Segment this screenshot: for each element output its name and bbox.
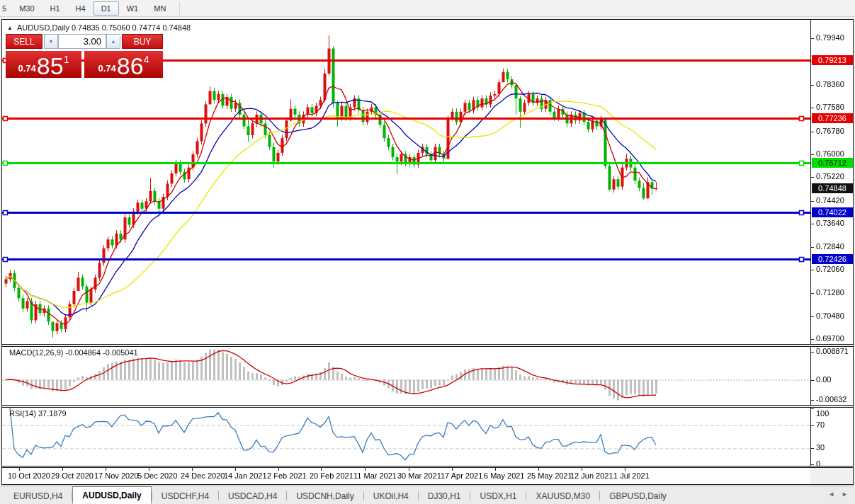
timeframe-button-D1[interactable]: D1 bbox=[94, 1, 119, 16]
sell-price-prefix: 0.74 bbox=[18, 63, 36, 74]
tab-usdcad-h4[interactable]: USDCAD,H4 bbox=[219, 488, 286, 504]
price-tick-mark bbox=[811, 270, 814, 270]
tab-usdchf-h4[interactable]: USDCHF,H4 bbox=[152, 488, 218, 504]
date-label: 20 Feb 2021 bbox=[310, 471, 353, 480]
price-tick-label: 0.75220 bbox=[816, 172, 844, 181]
rsi-panel-canvas[interactable] bbox=[2, 408, 810, 466]
timeframe-button-H4[interactable]: H4 bbox=[68, 1, 94, 16]
price-tick-mark bbox=[811, 177, 814, 178]
chart-header: ▲ AUDUSD,Daily 0.74835 0.75060 0.74774 0… bbox=[7, 23, 191, 32]
buy-price-sup: 4 bbox=[144, 54, 149, 65]
date-label: 6 May 2021 bbox=[484, 471, 524, 480]
tab-usdcnh-daily[interactable]: USDCNH,Daily bbox=[287, 488, 363, 504]
rsi-tick-mark bbox=[811, 408, 814, 409]
price-tick-mark bbox=[811, 85, 814, 86]
date-tick-mark bbox=[106, 468, 106, 471]
timeframe-button-MN[interactable]: MN bbox=[146, 1, 174, 16]
sell-price-sup: 1 bbox=[64, 54, 69, 65]
date-tick-mark bbox=[278, 468, 279, 471]
date-label: 14 Jan 2021 bbox=[224, 471, 267, 480]
toolbar-divider bbox=[179, 2, 180, 15]
date-label: 5 Dec 2020 bbox=[137, 471, 177, 480]
current-price-badge: 0.74848 bbox=[812, 183, 853, 193]
timeframe-button-W1[interactable]: W1 bbox=[119, 1, 147, 16]
price-tick-mark bbox=[811, 224, 814, 224]
macd-tick-label: 0.00 bbox=[816, 375, 831, 384]
price-tick-mark bbox=[811, 316, 814, 317]
collapse-panel-icon[interactable]: ▲ bbox=[7, 25, 13, 31]
sell-price-display[interactable]: 0.74851 bbox=[6, 51, 81, 78]
volume-input[interactable]: 3.00 bbox=[58, 34, 106, 49]
buy-price-display[interactable]: 0.74864 bbox=[84, 51, 163, 78]
price-tick-label: 0.76000 bbox=[816, 149, 844, 158]
macd-tick-label: 0.008871 bbox=[816, 347, 849, 355]
sell-button[interactable]: SELL bbox=[6, 34, 43, 49]
date-label: 1 Jul 2021 bbox=[613, 471, 650, 480]
price-tick-mark bbox=[811, 339, 814, 340]
price-tick-mark bbox=[811, 293, 814, 294]
price-tick-label: 0.70480 bbox=[816, 311, 844, 320]
timeframe-button-M30[interactable]: M30 bbox=[11, 1, 42, 16]
one-click-trading-panel: SELL ▼ 3.00 ▲ BUY 0.74851 0.74864 bbox=[6, 34, 163, 78]
triangle-down-icon: ▼ bbox=[49, 39, 54, 44]
price-tick-label: 0.69700 bbox=[816, 334, 844, 343]
trading-terminal-window: 5M30H1H4D1W1MN ▲ AUDUSD,Daily 0.74835 0.… bbox=[0, 0, 855, 504]
rsi-label: RSI(14) 37.1879 bbox=[9, 409, 67, 418]
buy-price-big: 86 bbox=[117, 55, 144, 76]
date-label: 25 May 2021 bbox=[527, 471, 572, 480]
panel-divider[interactable] bbox=[2, 344, 853, 347]
rsi-tick-mark bbox=[811, 464, 814, 465]
volume-increase-button[interactable]: ▲ bbox=[106, 34, 120, 49]
timeframe-button-H1[interactable]: H1 bbox=[43, 1, 68, 16]
price-tick-label: 0.79940 bbox=[816, 33, 844, 42]
tab-scroll-left-icon[interactable]: ◄ bbox=[828, 491, 834, 498]
tab-xauusd-m30[interactable]: XAUUSD,M30 bbox=[526, 488, 599, 504]
price-tick-mark bbox=[811, 132, 814, 132]
volume-decrease-button[interactable]: ▼ bbox=[44, 34, 58, 49]
chart-tabs-bar: EURUSD,H4AUDUSD,DailyUSDCHF,H4USDCAD,H4U… bbox=[0, 486, 855, 504]
price-tick-mark bbox=[811, 38, 814, 39]
rsi-tick-label: 70 bbox=[816, 420, 825, 429]
panel-divider[interactable] bbox=[2, 405, 853, 408]
date-tick-mark bbox=[582, 468, 582, 471]
date-tick-mark bbox=[625, 468, 625, 471]
date-label: 11 Mar 2021 bbox=[353, 471, 397, 480]
price-tick-label: 0.77580 bbox=[816, 103, 844, 111]
price-line-badge: 0.77236 bbox=[812, 113, 853, 123]
price-tick-mark bbox=[811, 154, 814, 155]
panel-divider[interactable] bbox=[2, 466, 853, 468]
price-line-badge: 0.74022 bbox=[812, 207, 853, 217]
tab-eurusd-h4[interactable]: EURUSD,H4 bbox=[4, 488, 72, 504]
tab-gbpusd-daily[interactable]: GBPUSD,Daily bbox=[600, 488, 676, 504]
date-tick-mark bbox=[365, 468, 366, 471]
date-label: 29 Oct 2020 bbox=[51, 471, 94, 480]
price-tick-label: 0.73640 bbox=[816, 219, 844, 227]
date-tick-mark bbox=[495, 468, 496, 471]
date-tick-mark bbox=[19, 468, 20, 471]
date-label: 2 Feb 2021 bbox=[267, 471, 307, 480]
rsi-tick-mark bbox=[811, 425, 814, 426]
price-axis-border bbox=[810, 20, 811, 468]
timeframe-button-5[interactable]: 5 bbox=[0, 1, 11, 16]
tab-scroll-arrows: ◄ ► bbox=[828, 491, 848, 498]
tab-ukoil-h4[interactable]: UKOil,H4 bbox=[364, 488, 418, 504]
price-tick-label: 0.76780 bbox=[816, 127, 844, 135]
rsi-tick-mark bbox=[811, 448, 814, 449]
rsi-tick-label: 30 bbox=[816, 443, 825, 452]
buy-button[interactable]: BUY bbox=[122, 34, 163, 49]
date-label: 10 Oct 2020 bbox=[8, 471, 50, 480]
price-tick-label: 0.71280 bbox=[816, 288, 844, 297]
tab-dj30-h1[interactable]: DJ30,H1 bbox=[419, 488, 470, 504]
date-tick-mark bbox=[409, 468, 409, 471]
macd-tick-mark bbox=[811, 400, 814, 401]
macd-label: MACD(12,26,9) -0.004864 -0.005041 bbox=[9, 348, 138, 357]
tab-audusd-daily[interactable]: AUDUSD,Daily bbox=[72, 486, 151, 504]
date-label: 17 Nov 2020 bbox=[94, 471, 138, 480]
tab-scroll-right-icon[interactable]: ► bbox=[842, 491, 848, 498]
price-line-badge: 0.75712 bbox=[812, 158, 853, 168]
tab-usdx-h1[interactable]: USDX,H1 bbox=[470, 488, 526, 504]
date-label: 17 Apr 2021 bbox=[441, 471, 482, 480]
price-tick-mark bbox=[811, 247, 814, 248]
rsi-tick-label: 100 bbox=[816, 409, 829, 418]
buy-price-prefix: 0.74 bbox=[98, 63, 116, 74]
